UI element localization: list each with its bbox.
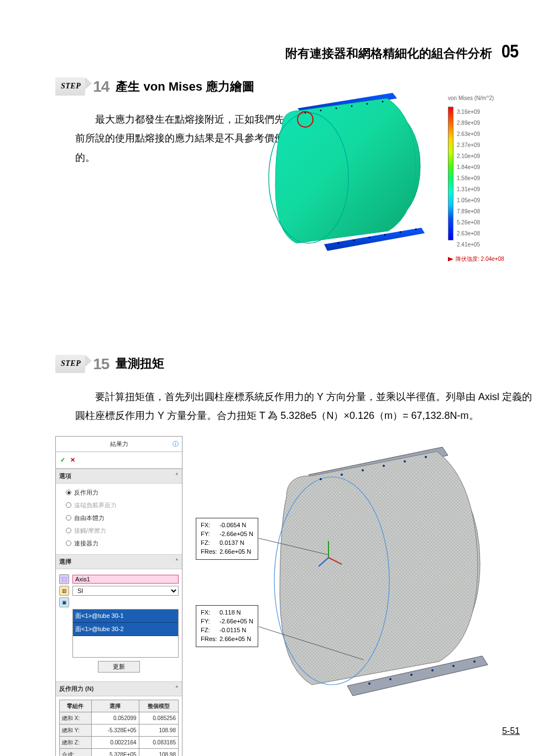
legend-value: 1.31e+09: [457, 184, 480, 195]
table-row: 總和 Z:0.00221640.083185: [60, 737, 179, 749]
svg-point-4: [351, 106, 353, 107]
force-callout-lower: FX:0.118 N FY:-2.66e+05 N FZ:-0.0115 N F…: [196, 605, 258, 647]
legend-value: 2.37e+09: [457, 140, 480, 151]
step-15-text: 要計算扭矩值，首先列出圓柱座標系統反作用力的 Y 方向分量，並乘以半徑值。列舉由…: [75, 387, 540, 425]
step-15-title: 量測扭矩: [116, 352, 164, 375]
svg-point-24: [383, 465, 385, 467]
chapter-title: 附有連接器和網格精細化的組合件分析: [285, 46, 492, 60]
reaction-table: 零組件 選擇 整個模型 總和 X:0.0520990.085256 總和 Y:-…: [59, 700, 179, 756]
svg-point-7: [338, 243, 340, 244]
step-15-figure: FX:-0.0654 N FY:-2.66e+05 N FZ:0.0137 N …: [192, 436, 519, 701]
svg-point-12: [415, 229, 417, 230]
face-item[interactable]: 面<1>@tube 30-1: [73, 610, 178, 623]
svg-point-25: [404, 460, 406, 463]
legend-value: 7.89e+08: [457, 206, 480, 217]
svg-point-22: [341, 474, 343, 476]
legend-title: von Mises (N/m^2): [448, 93, 520, 103]
step-14-heading: STEP 14 產生 von Mises 應力繪圖: [55, 72, 254, 101]
legend-value: 1.05e+09: [457, 195, 480, 206]
axis-icon[interactable]: ⬚: [59, 574, 69, 584]
select-label: 選擇: [59, 556, 71, 568]
svg-point-10: [384, 234, 386, 236]
step-badge: STEP: [55, 77, 85, 96]
svg-point-30: [431, 669, 434, 671]
unit-icon[interactable]: ▥: [59, 586, 69, 596]
stress-legend: von Mises (N/m^2) 3.16e+09 2.89e+09 2.63…: [448, 93, 520, 264]
yield-label: 降伏強度: 2.04e+08: [456, 254, 504, 264]
step-14-number: 14: [93, 72, 109, 101]
legend-value: 2.63e+09: [457, 129, 480, 140]
help-icon[interactable]: ⓘ: [173, 438, 179, 450]
chapter-number: 05: [502, 33, 518, 69]
svg-point-26: [425, 456, 427, 458]
legend-value: 1.58e+09: [457, 173, 480, 184]
step-badge: STEP: [55, 355, 85, 373]
table-row: 總和 Y:-5.328E+05108.98: [60, 725, 179, 737]
step-15-number: 15: [93, 349, 109, 379]
radio-connector[interactable]: 連接器力: [66, 538, 179, 549]
options-section-header[interactable]: 選項 ˄: [56, 469, 182, 484]
col-component: 零組件: [60, 700, 92, 712]
chevron-up-icon: ˄: [175, 683, 179, 695]
svg-point-11: [400, 232, 401, 233]
legend-color-bar: [448, 107, 453, 240]
radio-free-body[interactable]: 自由本體力: [66, 512, 179, 524]
col-model: 整個模型: [139, 700, 178, 712]
face-item[interactable]: 面<1>@tube 30-2: [73, 623, 178, 636]
svg-point-9: [369, 237, 371, 239]
face-list[interactable]: 面<1>@tube 30-1 面<1>@tube 30-2: [72, 609, 179, 658]
table-row: 合成:5.328E+05108.98: [60, 749, 179, 756]
options-list: 反作用力 遠端負載界面力 自由本體力 接觸/摩擦力 連接器力: [56, 484, 182, 554]
arrow-right-icon: [448, 257, 453, 261]
svg-point-29: [410, 674, 413, 676]
table-row: 總和 X:0.0520990.085256: [60, 712, 179, 725]
svg-point-27: [368, 683, 371, 685]
svg-point-5: [367, 103, 368, 105]
yield-strength: 降伏強度: 2.04e+08: [448, 254, 520, 264]
svg-point-3: [336, 108, 337, 109]
confirm-row: ✓ ✕: [56, 452, 182, 469]
panel-title-bar: 結果力 ⓘ: [56, 437, 182, 452]
legend-value: 2.89e+09: [457, 118, 480, 129]
legend-value: 1.84e+09: [457, 162, 480, 173]
mesh-model: [192, 436, 519, 701]
radio-reaction[interactable]: 反作用力: [66, 487, 179, 498]
chevron-up-icon: ˄: [175, 470, 179, 482]
reaction-label: 反作用力 (N): [59, 683, 93, 695]
select-section-header[interactable]: 選擇 ˄: [56, 554, 182, 569]
legend-value: 2.63e+08: [457, 228, 480, 239]
step-14-figure: von Mises (N/m^2) 3.16e+09 2.89e+09 2.63…: [243, 83, 520, 265]
fea-model: [243, 88, 442, 254]
legend-value: 2.10e+09: [457, 151, 480, 162]
svg-point-23: [362, 469, 364, 471]
panel-title: 結果力: [110, 438, 128, 450]
reaction-section-header[interactable]: 反作用力 (N) ˄: [56, 681, 182, 696]
radio-remote: 遠端負載界面力: [66, 500, 179, 511]
result-force-panel: 結果力 ⓘ ✓ ✕ 選項 ˄ 反作用力 遠端負載界面力 自由本體力 接觸/摩擦力…: [55, 436, 182, 756]
legend-value: 2.41e+05: [457, 239, 480, 250]
chevron-up-icon: ˄: [175, 556, 179, 568]
svg-point-31: [452, 665, 455, 667]
face-icon[interactable]: ▣: [59, 597, 69, 607]
cancel-button[interactable]: ✕: [70, 456, 75, 463]
force-callout-upper: FX:-0.0654 N FY:-2.66e+05 N FZ:0.0137 N …: [196, 518, 258, 560]
svg-point-32: [473, 660, 476, 663]
step-15-heading: STEP 15 量測扭矩: [55, 349, 164, 379]
chapter-header: 附有連接器和網格精細化的組合件分析 05: [285, 33, 520, 69]
col-select: 選擇: [91, 700, 139, 712]
axis-input[interactable]: [72, 575, 179, 584]
svg-point-21: [320, 478, 322, 480]
unit-select[interactable]: SI: [72, 586, 179, 596]
legend-value: 3.16e+09: [457, 107, 480, 118]
legend-values: 3.16e+09 2.89e+09 2.63e+09 2.37e+09 2.10…: [457, 107, 480, 250]
options-label: 選項: [59, 470, 71, 482]
svg-point-8: [353, 240, 355, 242]
select-block: ⬚ ▥ SI ▣ 面<1>@tube 30-1 面<1>@tube 30-2 更: [56, 569, 182, 681]
radio-contact: 接觸/摩擦力: [66, 525, 179, 537]
ok-button[interactable]: ✓: [60, 456, 65, 463]
update-button[interactable]: 更新: [98, 661, 140, 673]
svg-point-2: [320, 110, 322, 112]
step-14-title: 產生 von Mises 應力繪圖: [116, 75, 254, 98]
legend-value: 5.26e+08: [457, 217, 480, 228]
svg-point-28: [389, 678, 392, 680]
